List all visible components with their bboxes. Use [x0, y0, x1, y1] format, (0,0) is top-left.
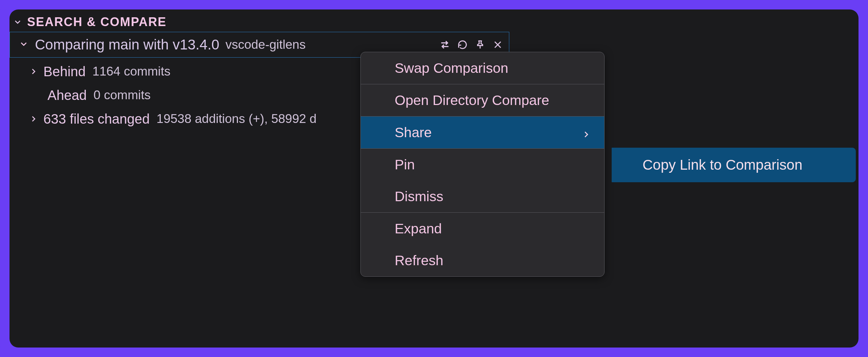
menu-item-pin[interactable]: Pin: [361, 149, 604, 181]
menu-item-label: Swap Comparison: [395, 60, 508, 76]
menu-item-refresh[interactable]: Refresh: [361, 245, 604, 276]
swap-icon[interactable]: [439, 39, 451, 50]
menu-item-label: Refresh: [395, 253, 443, 269]
compare-sublabel: vscode-gitlens: [225, 38, 306, 52]
chevron-right-icon: [581, 127, 592, 138]
menu-item-share[interactable]: Share: [361, 117, 604, 148]
app-window: SEARCH & COMPARE Comparing main with v13…: [9, 9, 859, 348]
tree-item-detail: 0 commits: [94, 88, 151, 102]
menu-item-open-directory-compare[interactable]: Open Directory Compare: [361, 84, 604, 116]
tree-item-detail: 1164 commits: [93, 64, 171, 79]
chevron-right-icon: [28, 66, 39, 77]
menu-item-label: Share: [395, 125, 432, 141]
tree-item-label: 633 files changed: [43, 111, 150, 127]
share-submenu: Copy Link to Comparison: [612, 148, 856, 182]
context-menu: Swap Comparison Open Directory Compare S…: [360, 52, 605, 277]
refresh-icon[interactable]: [457, 39, 468, 50]
chevron-right-icon: [28, 114, 39, 124]
panel-header: SEARCH & COMPARE: [9, 9, 859, 32]
compare-actions: [439, 39, 504, 50]
tree-item-label: Behind: [43, 64, 86, 79]
menu-item-label: Expand: [395, 221, 442, 237]
tree-item-detail: 19538 additions (+), 58992 d: [157, 112, 317, 126]
chevron-down-icon[interactable]: [13, 17, 22, 27]
panel-title: SEARCH & COMPARE: [27, 15, 166, 29]
chevron-down-icon: [19, 39, 29, 50]
menu-item-label: Copy Link to Comparison: [643, 157, 803, 173]
compare-label: Comparing main with v13.4.0: [35, 37, 219, 53]
menu-item-copy-link-to-comparison[interactable]: Copy Link to Comparison: [612, 148, 855, 182]
menu-item-swap-comparison[interactable]: Swap Comparison: [361, 52, 604, 84]
outer-frame: SEARCH & COMPARE Comparing main with v13…: [0, 0, 868, 357]
menu-item-label: Dismiss: [395, 189, 443, 205]
pin-icon[interactable]: [474, 39, 486, 50]
menu-item-expand[interactable]: Expand: [361, 213, 604, 245]
close-icon[interactable]: [492, 39, 504, 50]
menu-item-label: Open Directory Compare: [395, 92, 549, 108]
tree-item-label: Ahead: [47, 88, 87, 103]
menu-item-label: Pin: [395, 157, 415, 173]
menu-item-dismiss[interactable]: Dismiss: [361, 181, 604, 212]
